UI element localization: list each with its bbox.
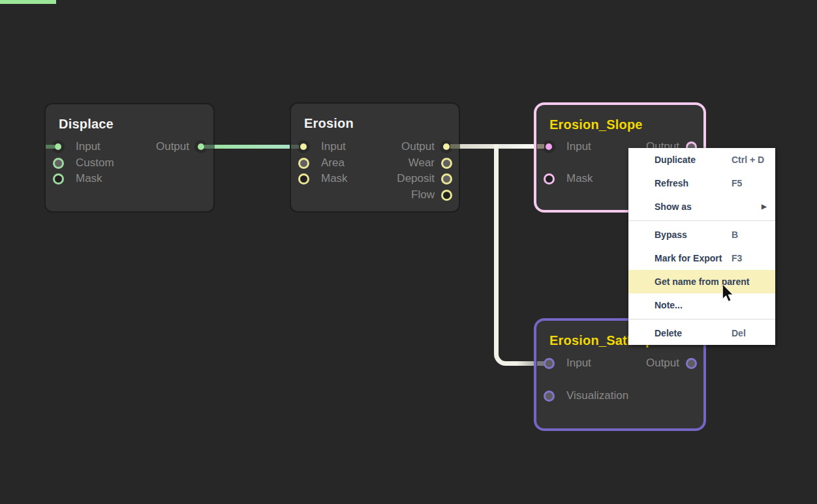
port-visualization[interactable]	[544, 391, 555, 402]
wire-displace-to-erosion[interactable]	[209, 145, 294, 149]
port-row: Mask	[542, 171, 593, 186]
menu-item-shortcut: Del	[732, 321, 746, 345]
port-output[interactable]	[686, 358, 697, 369]
port-label: Visualization	[566, 389, 628, 402]
port-label: Mask	[76, 172, 102, 185]
menu-item-mark-for-export[interactable]: Mark for Export F3	[628, 246, 775, 270]
menu-item-label: Duplicate	[655, 155, 696, 165]
port-mask[interactable]	[53, 173, 64, 185]
port-row: Area	[297, 155, 345, 171]
port-custom[interactable]	[53, 158, 64, 169]
port-input[interactable]	[542, 140, 555, 153]
node-erosion[interactable]: Erosion Input Area Mask Output Wear Depo…	[291, 104, 459, 211]
port-label: Output	[156, 140, 189, 153]
wire-stub	[291, 145, 299, 149]
menu-item-label: Get name from parent	[655, 276, 749, 287]
port-label: Mask	[321, 172, 348, 185]
port-label: Mask	[566, 172, 593, 185]
menu-item-label: Bypass	[655, 230, 687, 240]
node-displace[interactable]: Displace Input Custom Mask Output	[46, 104, 213, 211]
menu-item-label: Mark for Export	[655, 253, 722, 263]
port-row: Visualization	[542, 388, 628, 404]
port-row: Flow	[411, 187, 453, 203]
port-label: Area	[321, 156, 345, 170]
context-menu: Duplicate Ctrl + D Refresh F5 Show as ▶ …	[628, 148, 775, 345]
port-row: Output	[401, 139, 453, 155]
menu-item-show-as[interactable]: Show as ▶	[628, 195, 775, 218]
menu-item-shortcut: Ctrl + D	[732, 148, 764, 171]
port-label: Input	[76, 140, 100, 153]
menu-item-shortcut: B	[732, 223, 738, 246]
port-label: Input	[321, 140, 346, 153]
mouse-cursor-icon	[722, 284, 734, 302]
wire-into-displace[interactable]	[0, 0, 56, 4]
port-label: Output	[401, 140, 435, 153]
node-graph-canvas[interactable]: Displace Input Custom Mask Output Erosio…	[0, 0, 817, 504]
menu-item-get-name-from-parent[interactable]: Get name from parent	[628, 270, 775, 293]
port-label: Wear	[408, 156, 435, 170]
port-row: Deposit	[397, 171, 453, 186]
port-label: Output	[646, 357, 679, 370]
menu-separator	[628, 220, 775, 221]
port-dot	[300, 143, 307, 150]
port-mask[interactable]	[544, 173, 555, 185]
port-area[interactable]	[298, 158, 309, 169]
port-row: Input	[542, 139, 591, 155]
port-row: Input	[542, 355, 591, 371]
port-flow[interactable]	[441, 190, 452, 201]
port-row: Wear	[408, 155, 453, 171]
menu-item-shortcut: F3	[732, 246, 742, 270]
wire-stub	[537, 144, 544, 149]
port-row: Input	[297, 139, 346, 155]
port-row: Mask	[297, 171, 348, 186]
port-dot	[443, 143, 450, 150]
port-input[interactable]	[544, 358, 555, 369]
wire-stub	[46, 145, 55, 149]
menu-item-shortcut: F5	[732, 171, 742, 195]
port-dot	[546, 143, 552, 150]
port-label: Input	[566, 357, 591, 370]
node-title: Erosion	[304, 116, 354, 131]
port-row: Output	[646, 355, 698, 371]
port-input[interactable]	[297, 140, 310, 153]
menu-item-label: Refresh	[655, 178, 688, 188]
port-label: Deposit	[397, 172, 435, 185]
port-mask[interactable]	[298, 173, 309, 185]
wire-stub	[450, 144, 460, 149]
menu-item-label: Note...	[655, 300, 683, 310]
node-title: Displace	[59, 117, 114, 132]
port-label: Input	[566, 140, 591, 153]
port-row: Output	[156, 139, 208, 155]
port-row: Input	[52, 139, 100, 155]
menu-item-note[interactable]: Note...	[628, 293, 775, 317]
menu-item-label: Show as	[655, 201, 692, 212]
port-dot	[55, 143, 61, 150]
port-label: Custom	[76, 156, 114, 170]
wire-stub	[204, 145, 215, 149]
node-title: Erosion_Slope	[549, 117, 643, 132]
port-row: Custom	[52, 155, 114, 171]
port-deposit[interactable]	[441, 173, 452, 185]
submenu-arrow-icon: ▶	[762, 195, 767, 218]
menu-item-label: Delete	[655, 328, 682, 338]
menu-item-bypass[interactable]: Bypass B	[628, 223, 775, 246]
wire-stub	[537, 361, 544, 366]
port-label: Flow	[411, 188, 435, 201]
menu-separator	[628, 319, 775, 319]
menu-item-refresh[interactable]: Refresh F5	[628, 171, 775, 195]
port-wear[interactable]	[441, 158, 452, 169]
port-row: Mask	[52, 171, 102, 186]
menu-item-duplicate[interactable]: Duplicate Ctrl + D	[628, 148, 775, 171]
menu-item-delete[interactable]: Delete Del	[628, 321, 775, 345]
port-dot	[198, 143, 204, 150]
